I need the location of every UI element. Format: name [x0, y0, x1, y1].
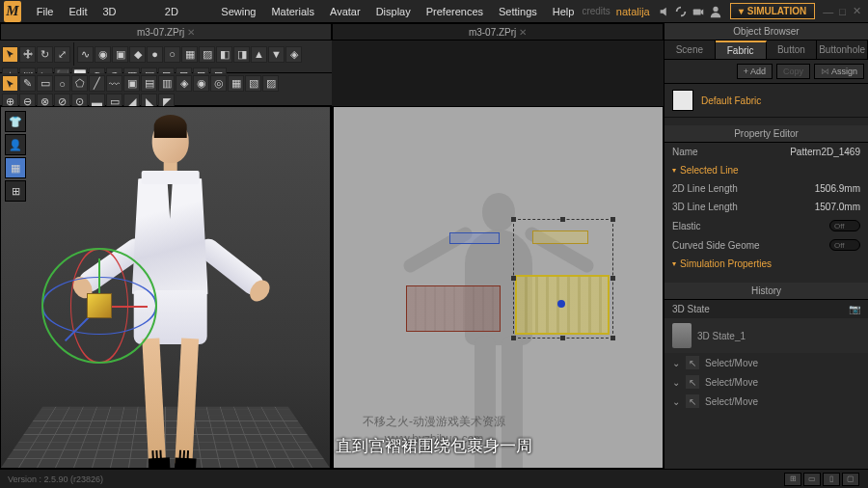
tool-btn7[interactable]: ▲	[251, 46, 267, 63]
assign-button[interactable]: ⋈ Assign	[814, 64, 864, 79]
tool2d-line[interactable]: ╱	[89, 75, 105, 92]
history-item[interactable]: ⌄↖Select/Move	[665, 353, 868, 372]
video-subtitle: 直到宫褶裙围绕包裹身一周	[336, 435, 532, 457]
tool-tack[interactable]: ◆	[129, 46, 146, 63]
tool-fold[interactable]: ▣	[112, 46, 128, 63]
tool-btn9[interactable]: ◈	[285, 46, 302, 63]
tool-rotate[interactable]: ↻	[37, 46, 53, 63]
menu-settings[interactable]: Settings	[491, 0, 545, 23]
tool-sew[interactable]: ∿	[77, 46, 94, 63]
layout-btn-1[interactable]: ⊞	[784, 473, 801, 486]
tool-btn3[interactable]: ▦	[181, 46, 198, 63]
viewport-3d[interactable]: 👕 👤 ▦ ⊞	[0, 106, 331, 469]
speaker-icon[interactable]	[656, 1, 673, 22]
vtool-avatar-icon[interactable]: 👤	[5, 134, 26, 155]
tab-2d-doc[interactable]: m3-07.ZPrj ✕	[332, 23, 664, 41]
menu-edit[interactable]: Edit	[62, 0, 95, 23]
tool2d-b8[interactable]: ▧	[245, 75, 261, 92]
prop-name-value[interactable]: Pattern2D_1469	[790, 147, 860, 157]
selection-marquee[interactable]	[513, 219, 613, 339]
tool2d-select[interactable]	[2, 75, 18, 92]
history-item[interactable]: ⌄↖Select/Move	[665, 392, 868, 411]
avatar-icon[interactable]	[707, 1, 724, 22]
menu-3d-garment[interactable]: 3D Garment	[95, 0, 156, 23]
tab-button[interactable]: Button	[767, 41, 818, 59]
copy-button[interactable]: Copy	[776, 64, 810, 79]
section-simulation-properties[interactable]: Simulation Properties	[665, 255, 868, 273]
tool-pin[interactable]: ◉	[95, 46, 111, 63]
vtool-texture-icon[interactable]: ▦	[5, 157, 26, 178]
sync-icon[interactable]	[672, 1, 690, 22]
history-3d-state-header[interactable]: 3D State 📷	[665, 300, 868, 318]
add-button[interactable]: + Add	[737, 64, 773, 79]
vtool-shirt-icon[interactable]: 👕	[5, 111, 26, 132]
pattern-piece-collar-1[interactable]	[449, 232, 500, 244]
select-move-icon: ↖	[686, 356, 699, 369]
svg-point-1	[713, 6, 718, 11]
tab-scene[interactable]: Scene	[665, 41, 716, 59]
chevron-down-icon: ▾	[739, 6, 744, 16]
document-tabs: m3-07.ZPrj ✕ m3-07.ZPrj ✕	[0, 23, 664, 41]
pattern-piece-skirt-1[interactable]	[406, 285, 501, 332]
tab-buttonhole[interactable]: Buttonhole	[817, 41, 868, 59]
tool2d-edit[interactable]: ✎	[19, 75, 36, 92]
tool2d-b5[interactable]: ◉	[193, 75, 209, 92]
menu-preferences[interactable]: Preferences	[419, 0, 491, 23]
fabric-name: Default Fabric	[701, 95, 761, 106]
history-snapshot-icon[interactable]: 📷	[849, 304, 860, 314]
tool2d-curve[interactable]: 〰	[106, 75, 122, 92]
window-minimize-icon[interactable]: —	[822, 4, 834, 19]
layout-btn-4[interactable]: ▢	[842, 473, 859, 486]
tool2d-b4[interactable]: ◈	[176, 75, 192, 92]
menu-help[interactable]: Help	[545, 0, 583, 23]
tool2d-b9[interactable]: ▨	[262, 75, 279, 92]
tool2d-b3[interactable]: ▥	[158, 75, 175, 92]
tool-btn4[interactable]: ▨	[199, 46, 215, 63]
tool-move[interactable]	[19, 46, 36, 63]
tool2d-b2[interactable]: ▤	[141, 75, 157, 92]
tab-fabric[interactable]: Fabric	[716, 41, 767, 59]
tool-btn6[interactable]: ◨	[233, 46, 250, 63]
layout-btn-3[interactable]: ▯	[823, 473, 840, 486]
tool2d-circle[interactable]: ○	[54, 75, 70, 92]
menu-avatar[interactable]: Avatar	[322, 0, 368, 23]
state-thumbnail	[672, 323, 692, 348]
tool-btn2[interactable]: ○	[164, 46, 180, 63]
tool2d-b6[interactable]: ◎	[210, 75, 227, 92]
history-state-item[interactable]: 3D State_1	[665, 318, 868, 353]
menu-display[interactable]: Display	[368, 0, 419, 23]
window-close-icon[interactable]: ✕	[851, 4, 863, 19]
section-selected-line[interactable]: Selected Line	[665, 161, 868, 179]
tool2d-b7[interactable]: ▦	[228, 75, 244, 92]
pivot-point[interactable]	[557, 300, 565, 308]
menu-materials[interactable]: Materials	[263, 0, 322, 23]
tool2d-b1[interactable]: ▣	[123, 75, 140, 92]
menu-2d-pattern[interactable]: 2D Pattern	[157, 0, 213, 23]
tool-select[interactable]	[2, 46, 18, 63]
tool-btn1[interactable]: ●	[147, 46, 163, 63]
fabric-list-item[interactable]: Default Fabric	[665, 84, 868, 118]
vtool-grid-icon[interactable]: ⊞	[5, 180, 26, 202]
tool2d-rect[interactable]: ▭	[37, 75, 53, 92]
simulation-button[interactable]: ▾SIMULATION	[730, 3, 815, 19]
elastic-toggle[interactable]: Off	[829, 220, 860, 231]
layout-btn-2[interactable]: ▭	[803, 473, 821, 486]
history-title: History	[665, 283, 868, 300]
viewport-3d-tools: 👕 👤 ▦ ⊞	[5, 111, 26, 202]
camera-icon[interactable]	[690, 1, 707, 22]
tool2d-poly[interactable]: ⬠	[71, 75, 88, 92]
prop-name-row: Name Pattern2D_1469	[665, 143, 868, 161]
object-browser-tabs: Scene Fabric Button Buttonhole	[665, 41, 868, 60]
curved-side-toggle[interactable]: Off	[829, 239, 860, 251]
gizmo-3d[interactable]	[41, 248, 157, 364]
history-item[interactable]: ⌄↖Select/Move	[665, 372, 868, 392]
tab-3d-doc[interactable]: m3-07.ZPrj ✕	[0, 23, 332, 41]
user-name[interactable]: natalija	[610, 6, 656, 17]
menu-sewing[interactable]: Sewing	[213, 0, 263, 23]
tool-btn8[interactable]: ▼	[268, 46, 285, 63]
svg-rect-0	[693, 9, 701, 14]
menu-file[interactable]: File	[29, 0, 62, 23]
tool-btn5[interactable]: ◧	[216, 46, 232, 63]
tool-scale[interactable]: ⤢	[54, 46, 70, 63]
window-maximize-icon[interactable]: □	[836, 4, 849, 19]
